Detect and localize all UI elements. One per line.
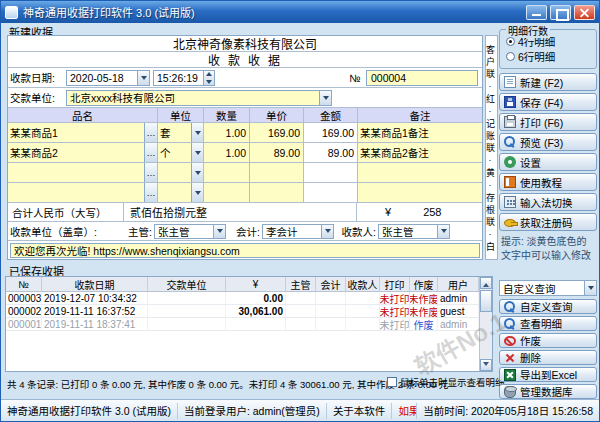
- item-name-input[interactable]: 某某商品1: [8, 123, 144, 142]
- print-receipt-button[interactable]: 打印 (F6): [499, 113, 597, 131]
- status-app-name: 神奇通用收据打印软件 3.0 (试用版): [1, 403, 178, 419]
- export-excel-button[interactable]: 导出到Excel: [499, 367, 597, 382]
- chevron-down-icon[interactable]: [191, 143, 203, 162]
- unit-select[interactable]: [158, 183, 191, 202]
- void-button[interactable]: 作废: [499, 333, 597, 348]
- print-preview-button[interactable]: 预览 (F3): [499, 133, 597, 151]
- ime-switch-button[interactable]: 输入法切换: [499, 193, 597, 211]
- chevron-down-icon[interactable]: [191, 163, 203, 182]
- close-button[interactable]: [574, 5, 595, 20]
- manager-combobox[interactable]: 张主管: [154, 224, 226, 239]
- price-input[interactable]: [250, 183, 304, 202]
- receipt-no-input[interactable]: 000004: [366, 70, 478, 86]
- header-price: 单价: [250, 108, 304, 122]
- new-receipt-button[interactable]: 新建 (F2): [499, 73, 597, 91]
- chevron-down-icon[interactable]: [584, 281, 596, 295]
- cell-voided: 作废: [410, 318, 438, 330]
- qty-input[interactable]: 1.00: [204, 143, 250, 162]
- qty-input[interactable]: [204, 183, 250, 202]
- saved-table-header: № 收款日期 交款单位 ¥ 主管 会计 收款人 打印 作废 用户: [6, 277, 479, 292]
- note-input[interactable]: [358, 183, 482, 202]
- item-name-input[interactable]: [8, 183, 144, 202]
- chevron-down-icon[interactable]: [321, 225, 333, 238]
- delete-button[interactable]: 删除: [499, 350, 597, 365]
- cell-user: admin: [438, 292, 479, 304]
- radio-icon: [506, 37, 515, 46]
- item-picker-button[interactable]: …: [144, 143, 157, 162]
- custom-query-button[interactable]: 自定义查询: [499, 299, 597, 314]
- date-picker[interactable]: 2020-05-18: [66, 70, 150, 86]
- saved-receipt-row[interactable]: 000001 2019-11-11 18:37:41 未打印 作废 admin: [6, 318, 479, 331]
- chevron-down-icon[interactable]: [191, 183, 203, 202]
- app-icon: [5, 6, 18, 19]
- checkbox-icon[interactable]: [387, 377, 397, 387]
- time-picker[interactable]: 15:26:19: [153, 70, 215, 86]
- header-amount: 金额: [304, 108, 358, 122]
- unit-select[interactable]: 套: [158, 123, 191, 142]
- scroll-up-button[interactable]: [480, 277, 492, 289]
- accountant-combobox[interactable]: 李会计: [262, 224, 334, 239]
- unit-select[interactable]: 个: [158, 143, 191, 162]
- button-label: 保存 (F4): [520, 95, 563, 110]
- qty-input[interactable]: [204, 163, 250, 182]
- scroll-thumb[interactable]: [480, 290, 492, 312]
- saved-table-scrollbar[interactable]: [479, 277, 492, 371]
- payer-combobox[interactable]: 北京xxxx科技有限公司: [66, 90, 332, 106]
- get-regcode-button[interactable]: 获取注册码: [499, 213, 597, 231]
- note-input[interactable]: [358, 163, 482, 182]
- saved-receipt-row[interactable]: 000003 2019-12-07 10:34:32 0.00 未打印 未作废 …: [6, 292, 479, 305]
- chevron-down-icon[interactable]: [437, 225, 449, 238]
- statusbar: 神奇通用收据打印软件 3.0 (试用版) 当前登录用户: admin(管理员) …: [1, 399, 599, 421]
- chevron-down-icon[interactable]: [137, 71, 149, 85]
- cell-no: 000001: [6, 318, 42, 330]
- price-input[interactable]: [250, 163, 304, 182]
- status-about-link[interactable]: 关于本软件: [327, 403, 393, 419]
- maximize-button[interactable]: [550, 5, 571, 20]
- radio-6-rows[interactable]: 6行明细: [500, 49, 596, 64]
- payee-combobox[interactable]: 张主管: [378, 224, 450, 239]
- amount-cell: 169.00: [304, 123, 358, 142]
- status-promo-link[interactable]: 如果您对本软件有定制修改需求,请点击此处联系我们: [392, 403, 417, 419]
- note-input[interactable]: 某某商品1备注: [358, 123, 482, 142]
- query-combobox[interactable]: 自定义查询: [499, 280, 597, 296]
- checkbox-label: 鼠标单击时显示查看明细: [400, 375, 505, 389]
- time-spinner[interactable]: [203, 71, 214, 85]
- manage-database-button[interactable]: 管理数据库: [499, 384, 597, 399]
- item-picker-button[interactable]: …: [144, 163, 157, 182]
- col-user: 用户: [438, 277, 479, 291]
- edit-hint-text: 提示: 淡黄色底色的文字中可以输入修改: [501, 235, 595, 262]
- chevron-down-icon[interactable]: [191, 123, 203, 142]
- cell-printed: 未打印: [380, 318, 410, 330]
- unit-select[interactable]: [158, 163, 191, 182]
- cell-payee: [346, 305, 380, 317]
- printer-icon: [504, 116, 516, 128]
- view-detail-button[interactable]: 查看明细: [499, 316, 597, 331]
- chevron-down-icon[interactable]: [319, 91, 331, 105]
- scroll-down-button[interactable]: [480, 359, 492, 371]
- note-input[interactable]: 某某商品2备注: [358, 143, 482, 162]
- saved-receipt-row[interactable]: 000002 2019-11-11 16:37:52 30,061.00 未打印…: [6, 305, 479, 318]
- delete-x-icon: [504, 352, 516, 364]
- main-area: 新建收据 北京神奇像素科技有限公司 收款收据 收款日期: 2020-05-18 …: [1, 23, 599, 399]
- price-input[interactable]: 169.00: [250, 123, 304, 142]
- button-label: 使用教程: [520, 175, 562, 190]
- show-detail-checkbox-row[interactable]: 鼠标单击时显示查看明细: [387, 375, 505, 389]
- items-table-header: 品名 单位 数量 单价 金额 备注: [8, 108, 482, 123]
- cell-printed: 未打印: [380, 305, 410, 317]
- chevron-down-icon[interactable]: [213, 225, 225, 238]
- item-name-input[interactable]: 某某商品2: [8, 143, 144, 162]
- item-picker-button[interactable]: …: [144, 183, 157, 202]
- save-receipt-button[interactable]: 保存 (F4): [499, 93, 597, 111]
- tutorial-button[interactable]: 使用教程: [499, 173, 597, 191]
- amount-cell: 89.00: [304, 143, 358, 162]
- footer-input[interactable]: 欢迎您再次光临! https://www.shenqixiangsu.com: [10, 243, 480, 258]
- qty-input[interactable]: 1.00: [204, 123, 250, 142]
- col-accountant: 会计: [316, 277, 346, 291]
- item-picker-button[interactable]: …: [144, 123, 157, 142]
- minimize-button[interactable]: [526, 5, 547, 20]
- price-input[interactable]: 89.00: [250, 143, 304, 162]
- item-name-input[interactable]: [8, 163, 144, 182]
- settings-button[interactable]: 设置: [499, 153, 597, 171]
- item-name-cell: 某某商品1…: [8, 123, 158, 142]
- header-name: 品名: [8, 108, 158, 122]
